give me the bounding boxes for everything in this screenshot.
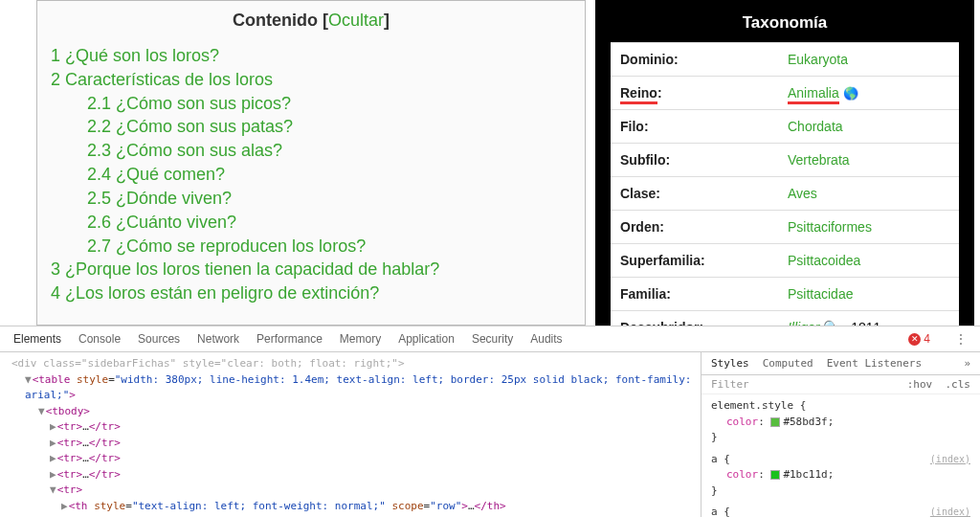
toc-link[interactable]: 2.4 ¿Qué comen? — [87, 165, 225, 184]
toc-link[interactable]: 3 ¿Porque los loros tienen la capacidad … — [51, 259, 439, 279]
toc-link[interactable]: 2.3 ¿Cómo son sus alas? — [87, 141, 282, 160]
taxo-link[interactable]: Animalia — [788, 85, 839, 104]
error-badge[interactable]: ✕ — [908, 333, 921, 346]
taxo-row: Familia:Psittacidae — [611, 278, 959, 311]
taxo-row: Orden:Psittaciformes — [611, 211, 959, 244]
hov-toggle[interactable]: :hov — [907, 378, 933, 391]
taxo-row: Subfilo:Vertebrata — [611, 144, 959, 177]
devtools-tab[interactable]: Security — [472, 332, 513, 346]
styles-tab[interactable]: Computed — [763, 357, 813, 370]
toc-link[interactable]: 2.5 ¿Dónde viven? — [87, 189, 232, 208]
magnifier-icon: 🔍 — [823, 320, 839, 326]
taxo-row: Dominio:Eukaryota — [611, 43, 959, 77]
devtools-tab[interactable]: Application — [398, 332, 455, 346]
styles-filter[interactable]: Filter — [711, 378, 749, 391]
taxo-link[interactable]: Chordata — [788, 119, 843, 134]
devtools-tab[interactable]: Network — [197, 332, 239, 346]
taxo-link[interactable]: Psittacidae — [788, 286, 853, 302]
toc-link[interactable]: 2.6 ¿Cuánto viven? — [87, 213, 236, 232]
styles-panel: StylesComputedEvent Listeners» Filter :h… — [701, 352, 980, 517]
devtools-tab[interactable]: Audits — [530, 332, 562, 346]
devtools-tab[interactable]: Elements — [13, 332, 61, 346]
taxo-row: Reino:Animalia 🌎 — [611, 77, 959, 110]
more-icon[interactable]: ⋮ — [955, 332, 967, 346]
globe-icon: 🌎 — [843, 86, 858, 101]
toc-link[interactable]: 2 Características de los loros — [51, 70, 273, 89]
styles-tab[interactable]: Event Listeners — [827, 357, 922, 370]
taxo-link[interactable]: Aves — [788, 186, 817, 201]
taxo-link[interactable]: Vertebrata — [788, 152, 850, 168]
taxo-row: Superfamilia:Psittacoidea — [611, 244, 959, 278]
taxonomy-title: Taxonomía — [611, 10, 959, 42]
devtools-tab[interactable]: Performance — [256, 332, 323, 346]
toc-title: Contenido [Ocultar] — [51, 11, 571, 31]
taxo-link[interactable]: Psittaciformes — [788, 219, 872, 235]
taxo-link[interactable]: Eukaryota — [788, 52, 848, 67]
devtools-tabs: ElementsConsoleSourcesNetworkPerformance… — [0, 326, 980, 352]
toc-toggle[interactable]: Ocultar — [328, 11, 384, 30]
devtools: ElementsConsoleSourcesNetworkPerformance… — [0, 326, 980, 517]
taxonomy-panel: Taxonomía Dominio:EukaryotaReino:Animali… — [595, 0, 974, 326]
devtools-tab[interactable]: Memory — [340, 332, 381, 346]
toc-link[interactable]: 2.2 ¿Cómo son sus patas? — [87, 117, 293, 136]
taxo-link[interactable]: Illiger — [788, 320, 819, 326]
toc-link[interactable]: 1 ¿Qué son los loros? — [51, 46, 219, 65]
taxo-row: Descubridor:Illiger🔍, 1811 — [611, 311, 959, 326]
toc-link[interactable]: 2.7 ¿Cómo se reproducen los loros? — [87, 236, 366, 256]
taxo-link[interactable]: Psittacoidea — [788, 253, 860, 268]
devtools-tab[interactable]: Console — [78, 332, 121, 346]
styles-tab[interactable]: Styles — [711, 357, 749, 370]
toc-link[interactable]: 4 ¿Los loros están en peligro de extinci… — [51, 283, 379, 303]
taxo-row: Clase:Aves — [611, 177, 959, 211]
toc-link[interactable]: 2.1 ¿Cómo son sus picos? — [87, 94, 291, 113]
taxo-row: Filo:Chordata — [611, 110, 959, 144]
more-icon[interactable]: » — [964, 357, 970, 370]
dom-tree[interactable]: <div class="sidebarFichas" style="clear:… — [0, 352, 701, 517]
devtools-tab[interactable]: Sources — [138, 332, 180, 346]
cls-toggle[interactable]: .cls — [946, 378, 971, 391]
toc-box: Contenido [Ocultar] 1 ¿Qué son los loros… — [36, 0, 586, 326]
